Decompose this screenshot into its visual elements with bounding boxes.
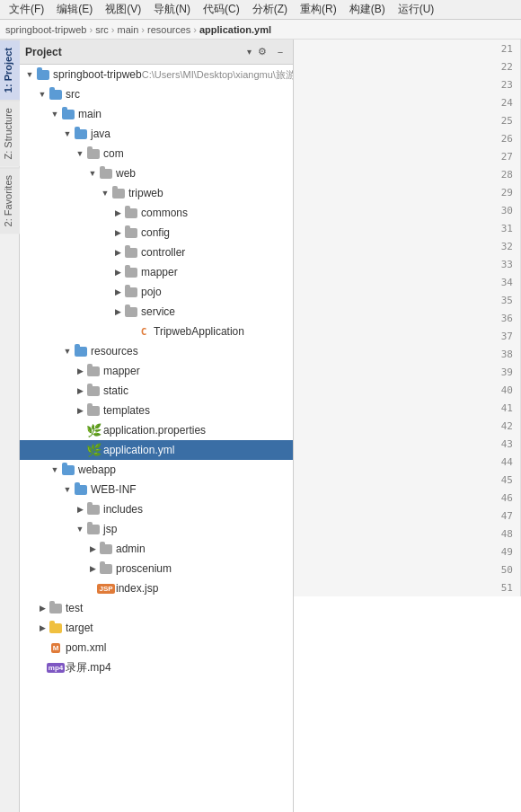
menu-item-重构(R)[interactable]: 重构(R) bbox=[295, 0, 342, 19]
side-tab[interactable]: 2: Favorites bbox=[0, 167, 20, 234]
tree-item[interactable]: test bbox=[20, 598, 293, 618]
tree-file-icon bbox=[61, 463, 75, 477]
tree-item-label: application.properties bbox=[103, 424, 206, 437]
tree-item[interactable]: web bbox=[20, 163, 293, 183]
tree-toggle-arrow bbox=[74, 404, 86, 417]
tree-item[interactable]: Mpom.xml bbox=[20, 638, 293, 658]
line-number: 22 bbox=[294, 57, 520, 75]
tree-toggle-arrow bbox=[36, 602, 49, 614]
menu-item-代码(C)[interactable]: 代码(C) bbox=[198, 0, 245, 19]
line-number: 44 bbox=[294, 453, 520, 471]
tree-item-label: admin bbox=[116, 543, 146, 555]
tree-item[interactable]: main bbox=[20, 104, 293, 124]
tree-item[interactable]: JSPindex.jsp bbox=[20, 578, 293, 598]
line-number: 41 bbox=[294, 399, 520, 417]
tree-file-icon bbox=[36, 67, 50, 82]
tree-toggle-arrow bbox=[111, 266, 124, 278]
menu-item-文件(F)[interactable]: 文件(F) bbox=[4, 0, 49, 19]
panel-header: Project ▾ ⚙ − bbox=[20, 40, 293, 65]
tree-item[interactable]: service bbox=[20, 302, 293, 322]
tree-item[interactable]: jsp bbox=[20, 519, 293, 539]
tree-item[interactable]: com bbox=[20, 144, 293, 163]
settings-icon[interactable]: ⚙ bbox=[255, 45, 269, 59]
tree-item-label: tripweb bbox=[128, 187, 163, 199]
tree-item-label: test bbox=[66, 602, 83, 614]
tree-item[interactable]: admin bbox=[20, 539, 293, 559]
tree-item[interactable]: WEB-INF bbox=[20, 480, 293, 499]
breadcrumb-item[interactable]: main bbox=[118, 24, 139, 35]
tree-item-label: index.jsp bbox=[116, 582, 158, 595]
breadcrumb-item: application.yml bbox=[199, 24, 271, 35]
tree-item[interactable]: resources bbox=[20, 341, 293, 361]
line-numbers-panel: 2122232425262728293031323334353637383940… bbox=[294, 40, 521, 812]
tree-item[interactable]: target bbox=[20, 618, 293, 638]
line-number: 37 bbox=[294, 327, 520, 345]
tree-item[interactable]: mapper bbox=[20, 262, 293, 282]
tree-item[interactable]: springboot-tripweb C:\Users\MI\Desktop\x… bbox=[20, 65, 293, 84]
tree-toggle-arrow bbox=[111, 286, 124, 298]
line-number: 31 bbox=[294, 219, 520, 237]
line-number: 34 bbox=[294, 273, 520, 291]
tree-item-label: src bbox=[66, 88, 80, 101]
content-area: Project ▾ ⚙ − springboot-tripweb C:\User… bbox=[20, 40, 521, 812]
tree-item[interactable]: mp4录屏.mp4 bbox=[20, 658, 293, 677]
breadcrumb-item[interactable]: src bbox=[95, 24, 109, 35]
tree-file-icon: M bbox=[49, 640, 63, 655]
tree-item-label: pom.xml bbox=[66, 641, 106, 654]
tree-file-icon bbox=[124, 265, 138, 279]
tree-item-label: jsp bbox=[103, 523, 117, 535]
tree-file-icon bbox=[124, 225, 138, 240]
project-panel: Project ▾ ⚙ − springboot-tripweb C:\User… bbox=[20, 40, 294, 812]
tree-item[interactable]: config bbox=[20, 223, 293, 243]
tree-toggle-arrow bbox=[61, 345, 74, 357]
tree-item-label: main bbox=[78, 108, 102, 120]
line-number: 29 bbox=[294, 183, 520, 201]
tree-item[interactable]: includes bbox=[20, 499, 293, 519]
tree-toggle-arrow bbox=[74, 384, 86, 397]
side-tab[interactable]: Z: Structure bbox=[0, 100, 20, 166]
tree-item[interactable]: tripweb bbox=[20, 183, 293, 203]
tree-item-label: springboot-tripweb bbox=[53, 68, 142, 81]
menu-item-导航(N)[interactable]: 导航(N) bbox=[148, 0, 196, 19]
menu-item-运行(U)[interactable]: 运行(U) bbox=[393, 0, 440, 19]
tree-item[interactable]: mapper bbox=[20, 361, 293, 381]
tree-item[interactable]: proscenium bbox=[20, 559, 293, 578]
breadcrumb-item[interactable]: springboot-tripweb bbox=[5, 24, 87, 35]
tree-item[interactable]: CTripwebApplication bbox=[20, 322, 293, 341]
side-tab[interactable]: 1: Project bbox=[0, 40, 20, 100]
tree-file-icon bbox=[61, 107, 75, 121]
tree-item[interactable]: 🌿application.properties bbox=[20, 420, 293, 440]
line-number: 36 bbox=[294, 309, 520, 327]
tree-toggle-arrow bbox=[49, 108, 61, 120]
tree-item[interactable]: pojo bbox=[20, 282, 293, 302]
breadcrumb-item[interactable]: resources bbox=[147, 24, 190, 35]
menu-item-构建(B)[interactable]: 构建(B) bbox=[344, 0, 391, 19]
breadcrumb-sep: › bbox=[111, 24, 115, 35]
tree-file-icon: C bbox=[137, 324, 151, 339]
tree-item[interactable]: static bbox=[20, 381, 293, 401]
tree-item[interactable]: webapp bbox=[20, 460, 293, 480]
menu-item-编辑(E)[interactable]: 编辑(E) bbox=[51, 0, 98, 19]
tree-file-icon bbox=[124, 285, 138, 299]
tree-toggle-arrow bbox=[111, 305, 124, 318]
tree-item-label: application.yml bbox=[103, 444, 174, 456]
tree-file-icon bbox=[49, 87, 63, 102]
tree-item[interactable]: templates bbox=[20, 401, 293, 420]
tree-toggle-arrow bbox=[86, 167, 99, 180]
tree-item[interactable]: commons bbox=[20, 203, 293, 223]
tree-item-label: com bbox=[103, 147, 124, 160]
main-layout: 1: ProjectZ: Structure2: Favorites Proje… bbox=[0, 40, 521, 812]
panel-header-icons: ⚙ − bbox=[255, 45, 287, 59]
menu-item-视图(V)[interactable]: 视图(V) bbox=[100, 0, 146, 19]
tree-item[interactable]: controller bbox=[20, 243, 293, 262]
tree-item[interactable]: java bbox=[20, 124, 293, 144]
menu-item-分析(Z)[interactable]: 分析(Z) bbox=[247, 0, 293, 19]
tree-file-icon bbox=[74, 127, 88, 141]
panel-dropdown-arrow[interactable]: ▾ bbox=[247, 47, 252, 57]
tree-item[interactable]: src bbox=[20, 84, 293, 104]
minimize-icon[interactable]: − bbox=[273, 45, 287, 59]
tree-toggle-arrow bbox=[36, 622, 49, 634]
tree-item-label: config bbox=[141, 226, 170, 239]
tree-toggle-arrow bbox=[49, 463, 61, 476]
tree-item[interactable]: 🌿application.yml bbox=[20, 440, 293, 460]
